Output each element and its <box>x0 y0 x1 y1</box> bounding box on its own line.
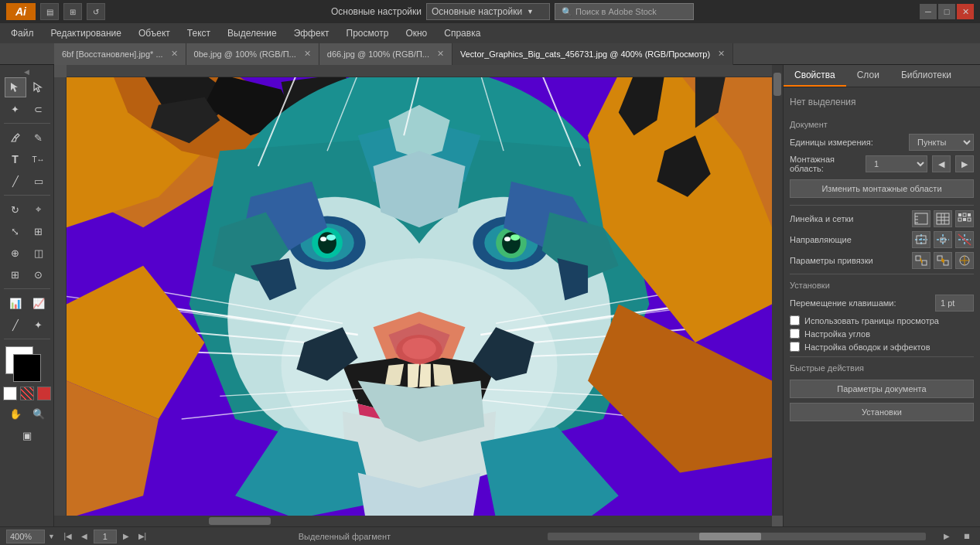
tab-label-2: d66.jpg @ 100% (RGB/П... <box>327 49 429 59</box>
scrollbar-horizontal[interactable] <box>54 516 772 526</box>
canvas-area[interactable] <box>54 65 783 526</box>
stroke-swatch[interactable] <box>13 354 41 382</box>
column-graph-btn[interactable]: 📊 <box>5 293 26 313</box>
zoom-btn[interactable]: 🔍 <box>28 404 50 424</box>
next-page-btn[interactable]: ▶ <box>119 530 133 543</box>
workspace-btn[interactable]: ▤ <box>40 3 59 20</box>
menu-select[interactable]: Выделение <box>220 23 285 43</box>
hand-btn[interactable]: ✋ <box>5 404 26 424</box>
tab-close-3[interactable]: ✕ <box>718 49 725 59</box>
menu-effect[interactable]: Эффект <box>286 23 337 43</box>
shape-builder-btn[interactable]: ⊙ <box>28 264 50 284</box>
bar-graph-btn[interactable]: 📈 <box>28 293 50 313</box>
show-rulers-btn[interactable] <box>912 210 930 227</box>
tab-close-2[interactable]: ✕ <box>437 49 444 59</box>
menu-file[interactable]: Файл <box>3 23 42 43</box>
first-page-btn[interactable]: |◀ <box>61 530 75 543</box>
menu-view[interactable]: Просмотр <box>339 23 397 43</box>
play-btn[interactable]: ▶ <box>940 530 954 543</box>
artboard-btn[interactable]: ▣ <box>16 425 38 445</box>
units-select[interactable]: Пункты <box>909 134 974 151</box>
quick-actions-title: Быстрые действия <box>790 363 974 373</box>
tab-2[interactable]: d66.jpg @ 100% (RGB/П... ✕ <box>319 43 452 65</box>
status-scroll-thumb[interactable] <box>699 533 761 540</box>
lock-guides-btn[interactable] <box>934 231 952 248</box>
svg-point-27 <box>510 234 520 240</box>
slice-btn[interactable]: ╱ <box>5 315 26 335</box>
zoom-input[interactable] <box>6 530 45 543</box>
snap-btn-2[interactable] <box>934 252 952 269</box>
status-scrollbar[interactable] <box>548 533 926 540</box>
no-fill-swatch[interactable] <box>20 387 34 400</box>
stop-btn[interactable]: ⏹ <box>960 530 974 543</box>
warp-btn[interactable]: ⌖ <box>28 199 50 220</box>
show-grid-btn[interactable] <box>934 210 952 227</box>
keyboard-move-input[interactable] <box>935 295 974 312</box>
scale-btn[interactable]: ⤡ <box>5 221 26 241</box>
rotate-btn[interactable]: ↻ <box>5 199 26 220</box>
menu-edit[interactable]: Редактирование <box>43 23 129 43</box>
tab-0[interactable]: 6bf [Восстановлен].jpg* ... ✕ <box>54 43 186 65</box>
prev-artboard-btn[interactable]: ◀ <box>932 155 951 172</box>
tab-close-1[interactable]: ✕ <box>304 49 311 59</box>
panel-tab-layers[interactable]: Слои <box>846 65 890 87</box>
toolbar-collapse[interactable]: ◀ <box>4 68 50 76</box>
show-pixel-grid-btn[interactable] <box>955 210 974 227</box>
scroll-thumb-vertical[interactable] <box>773 73 781 96</box>
zoom-dropdown-icon[interactable]: ▼ <box>48 533 55 540</box>
red-swatch[interactable] <box>37 387 51 400</box>
tool-btn[interactable]: ↺ <box>87 3 105 20</box>
strokes-effects-checkbox[interactable] <box>790 342 800 352</box>
lasso-btn[interactable]: ⊂ <box>28 99 50 119</box>
doc-settings-btn[interactable]: Параметры документа <box>790 380 974 398</box>
menu-help[interactable]: Справка <box>436 23 488 43</box>
use-view-bounds-checkbox[interactable] <box>790 315 800 325</box>
tab-1[interactable]: 0be.jpg @ 100% (RGB/П... ✕ <box>186 43 319 65</box>
type-btn[interactable]: T <box>5 149 26 169</box>
tab-label-3: Vector_Graphics_Big_cats_456731.jpg @ 40… <box>460 49 710 59</box>
change-artboard-btn[interactable]: Изменить монтажные области <box>790 179 974 198</box>
hide-guides-btn[interactable] <box>955 231 974 248</box>
line-btn[interactable]: ╱ <box>5 171 26 191</box>
page-input[interactable] <box>94 530 117 543</box>
workspace-dropdown[interactable]: Основные настройки ▼ <box>426 3 550 20</box>
pencil-btn[interactable]: ✎ <box>28 128 50 148</box>
pen-btn[interactable] <box>5 128 26 148</box>
snap-btn-3[interactable] <box>955 252 974 269</box>
blend-btn[interactable]: ⊕ <box>5 243 26 263</box>
touch-type-btn[interactable]: T↔ <box>28 149 50 169</box>
layout-btn[interactable]: ⊞ <box>63 3 82 20</box>
panel-tab-properties[interactable]: Свойства <box>784 65 846 87</box>
menu-object[interactable]: Объект <box>131 23 178 43</box>
last-page-btn[interactable]: ▶| <box>135 530 149 543</box>
reshape-btn[interactable]: ⊞ <box>28 221 50 241</box>
next-artboard-btn[interactable]: ▶ <box>955 155 974 172</box>
gradient-btn[interactable]: ◫ <box>28 243 50 263</box>
eraser-btn[interactable]: ✦ <box>28 315 50 335</box>
menu-window[interactable]: Окно <box>398 23 435 43</box>
minimize-button[interactable]: ─ <box>920 4 937 19</box>
close-button[interactable]: ✕ <box>957 4 974 19</box>
tab-close-0[interactable]: ✕ <box>171 49 178 59</box>
search-icon: 🔍 <box>562 7 572 17</box>
rect-btn[interactable]: ▭ <box>28 171 50 191</box>
prev-page-btn[interactable]: ◀ <box>77 530 91 543</box>
scrollbar-vertical[interactable] <box>772 65 783 516</box>
snap-btn-1[interactable] <box>912 252 930 269</box>
white-swatch[interactable] <box>3 387 17 400</box>
mesh-btn[interactable]: ⊞ <box>5 264 26 284</box>
direct-selection-tool-btn[interactable] <box>28 77 50 97</box>
preferences-btn[interactable]: Установки <box>790 403 974 421</box>
corner-widget-checkbox[interactable] <box>790 329 800 339</box>
restore-button[interactable]: □ <box>938 4 955 19</box>
search-box[interactable]: 🔍 Поиск в Adobe Stock <box>555 3 694 20</box>
selection-tool-btn[interactable] <box>5 77 26 97</box>
tab-3[interactable]: Vector_Graphics_Big_cats_456731.jpg @ 40… <box>452 43 733 65</box>
menu-text[interactable]: Текст <box>179 23 218 43</box>
show-guides-btn[interactable] <box>912 231 930 248</box>
svg-point-32 <box>402 338 436 359</box>
scroll-thumb-horizontal[interactable] <box>209 517 271 525</box>
artboard-select[interactable]: 1 <box>866 155 927 172</box>
panel-tab-libraries[interactable]: Библиотеки <box>890 65 962 87</box>
magic-wand-btn[interactable]: ✦ <box>5 99 26 119</box>
